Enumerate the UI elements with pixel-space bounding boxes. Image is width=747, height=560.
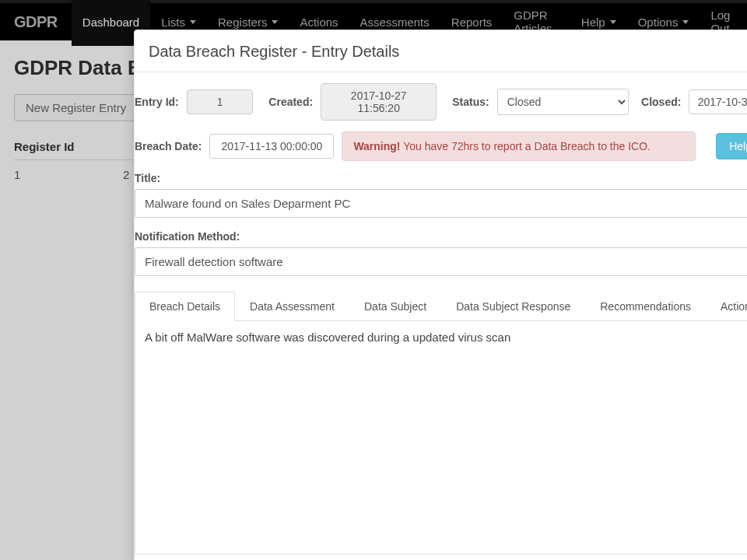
notification-method-input[interactable] [135, 247, 747, 276]
tab-recommendations[interactable]: Recommendations [585, 292, 706, 321]
warning-text: You have 72hrs to report a Data Breach t… [401, 140, 651, 152]
warning-alert: Warning! You have 72hrs to report a Data… [342, 131, 696, 161]
tab-actions[interactable]: Actions [706, 292, 747, 321]
created-label: Created: [268, 96, 313, 108]
tab-data-assessment[interactable]: Data Assessment [235, 292, 349, 321]
tab-data-subject-response[interactable]: Data Subject Response [441, 292, 585, 321]
closed-value: 2017-10-30 00 [689, 89, 747, 114]
entry-details-modal: Data Breach Register - Entry Details Ent… [134, 30, 747, 560]
warning-strong: Warning! [353, 140, 400, 152]
title-label: Title: [135, 172, 747, 184]
entry-id-value: 1 [187, 89, 254, 114]
modal-title: Data Breach Register - Entry Details [149, 43, 747, 61]
breach-date-input[interactable] [209, 134, 334, 159]
form-row-2: Breach Date: Warning! You have 72hrs to … [135, 131, 747, 161]
breach-details-textarea[interactable] [145, 331, 747, 544]
title-section: Title: [135, 172, 747, 218]
modal-body: Entry Id: 1 Created: 2017-10-27 11:56:20… [135, 72, 747, 560]
status-select[interactable]: Closed [497, 89, 629, 115]
help-button[interactable]: Help [716, 133, 747, 159]
detail-tabs: Breach DetailsData AssessmentData Subjec… [135, 292, 747, 321]
breach-details-panel [135, 321, 747, 555]
status-label: Status: [452, 96, 489, 108]
tab-data-subject[interactable]: Data Subject [349, 292, 441, 321]
modal-header: Data Breach Register - Entry Details [135, 30, 747, 72]
breach-date-label: Breach Date: [135, 140, 202, 152]
notification-method-label: Notification Method: [135, 230, 747, 243]
title-input[interactable] [135, 189, 747, 218]
entry-id-label: Entry Id: [135, 96, 179, 108]
closed-label: Closed: [641, 96, 681, 108]
tab-breach-details[interactable]: Breach Details [135, 292, 235, 321]
form-row-1: Entry Id: 1 Created: 2017-10-27 11:56:20… [135, 83, 747, 121]
created-value: 2017-10-27 11:56:20 [321, 83, 437, 121]
notification-section: Notification Method: [135, 230, 747, 276]
